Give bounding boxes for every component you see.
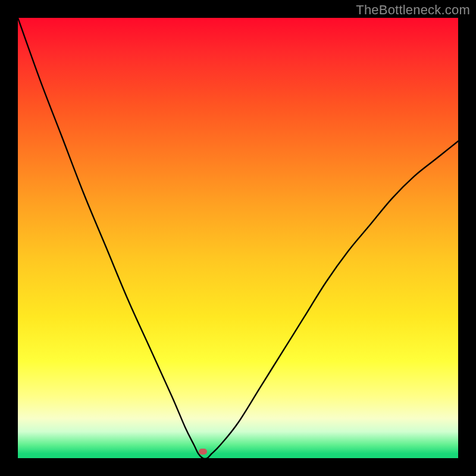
- watermark-text: TheBottleneck.com: [356, 2, 470, 18]
- plot-area: [18, 18, 458, 458]
- bottleneck-curve: [18, 18, 458, 458]
- optimal-point-marker: [199, 449, 207, 455]
- chart-frame: TheBottleneck.com: [0, 0, 476, 476]
